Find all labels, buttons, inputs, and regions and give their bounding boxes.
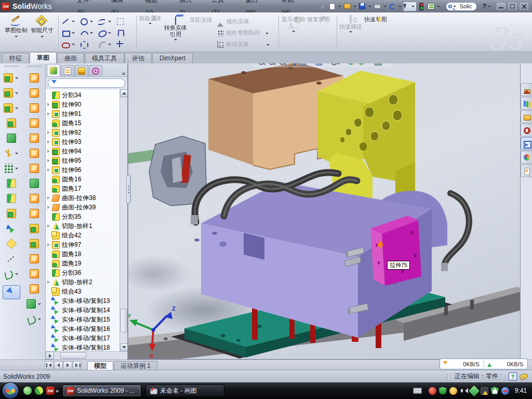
section-view-button[interactable] (288, 63, 297, 66)
expand-arrow-icon[interactable] (47, 206, 52, 209)
apply-scene-dropdown-icon[interactable] (367, 63, 370, 64)
lofted-surface-button[interactable] (30, 115, 39, 130)
swept-surface-button[interactable] (30, 70, 39, 85)
task-pane-tab-file-explorer[interactable] (521, 110, 532, 123)
expand-arrow-icon[interactable] (47, 168, 52, 171)
extend-surface-button[interactable] (30, 266, 39, 281)
linear-pattern-button[interactable] (4, 161, 19, 176)
tree-item[interactable]: 曲面-拉伸39 (46, 203, 119, 212)
view-settings-dropdown-icon[interactable] (383, 63, 387, 64)
swept-boss-button[interactable] (7, 115, 16, 130)
sw-quicklaunch-icon[interactable]: SW (46, 387, 55, 395)
split-body-button[interactable] (7, 191, 16, 206)
mirror-entities-button[interactable]: 镜向实体 (217, 17, 274, 26)
zoom-area-button[interactable] (268, 63, 276, 66)
task-pane-tab-design-library[interactable] (521, 97, 532, 110)
rectangle-dropdown-icon[interactable] (72, 32, 75, 35)
move-entities-button[interactable]: 移动实体 (217, 39, 274, 49)
next-tab-button[interactable] (63, 361, 72, 369)
split-button[interactable] (7, 176, 16, 191)
repair-sketch-button[interactable]: 修复草图 (307, 15, 330, 50)
network-warning-tray-icon[interactable] (481, 387, 488, 395)
tree-item[interactable]: 拉伸91 (46, 109, 119, 118)
panel-splitter-handle[interactable] (126, 175, 131, 204)
tree-item[interactable]: 曲面-拉伸38 (46, 193, 119, 203)
clamp-part[interactable] (128, 136, 206, 206)
doc-close-button[interactable] (507, 63, 516, 65)
offset-entities-button[interactable]: 等距实体 (189, 15, 213, 50)
extruded-cut-dropdown-icon[interactable] (15, 92, 18, 96)
smart-dimension-button[interactable]: 智能尺寸 (29, 15, 55, 50)
freeform-surface-button[interactable] (30, 176, 39, 191)
open-icon[interactable] (343, 2, 352, 11)
panel-tab-property-manager[interactable] (61, 65, 74, 76)
thicken-surface-button[interactable] (30, 191, 39, 206)
panel-tabs-overflow-icon[interactable]: » (120, 70, 126, 76)
previous-view-button[interactable] (278, 63, 286, 66)
view-orientation-dropdown-icon[interactable] (309, 63, 312, 64)
hide-show-items-button[interactable] (331, 63, 345, 66)
tree-item[interactable]: 拉伸94 (46, 147, 119, 156)
last-tab-button[interactable] (73, 361, 82, 369)
tab-曲面[interactable]: 曲面 (57, 53, 84, 63)
tab-特征[interactable]: 特征 (2, 53, 29, 63)
zoom-fit-button[interactable] (257, 63, 265, 66)
panel-tab-configuration-manager[interactable] (75, 65, 88, 76)
tree-item[interactable]: 实体-移动/复制14 (46, 305, 119, 315)
untrim-surface-button[interactable] (30, 281, 39, 296)
help-dropdown-icon[interactable] (488, 6, 491, 9)
expand-arrow-icon[interactable] (47, 103, 52, 106)
task-pane-tab-view-palette[interactable] (521, 137, 532, 150)
tree-item[interactable]: 切除-放样2 (46, 277, 119, 287)
delete-face-button[interactable] (30, 221, 39, 236)
3d-model[interactable]: ϕ Y Z X (128, 63, 521, 360)
scroll-up-button[interactable] (120, 89, 127, 97)
restore-button[interactable] (508, 2, 517, 10)
print-icon[interactable] (373, 2, 382, 11)
curve-dropdown-icon[interactable] (38, 318, 41, 322)
search-box[interactable]: Solic (446, 2, 477, 11)
sync-tray-icon[interactable] (469, 385, 480, 396)
tab-DimXpert[interactable]: DimXpert (152, 53, 193, 63)
sketch-tool-spline[interactable] (98, 16, 116, 27)
reference-geometry-dropdown-icon[interactable] (15, 153, 18, 156)
tree-item[interactable]: 分割35 (46, 212, 119, 221)
knit-surface-button[interactable] (26, 296, 42, 311)
trim-surface-button[interactable] (30, 251, 39, 266)
tree-vertical-scrollbar[interactable] (119, 89, 127, 351)
panel-tab-feature-manager[interactable] (47, 64, 60, 76)
expand-arrow-icon[interactable] (47, 281, 52, 284)
expand-arrow-icon[interactable] (47, 131, 52, 134)
linear-sketch-pattern-button[interactable]: 线性草图阵列 (217, 28, 274, 38)
move-copy-body-button[interactable] (7, 221, 16, 236)
taskbar-button[interactable]: SWSolidWorks 2009 - ... (62, 384, 141, 397)
tree-filter-input[interactable] (48, 78, 125, 88)
tree-item[interactable]: 实体-移动/复制17 (46, 334, 119, 343)
tree-item[interactable]: 圆角19 (46, 259, 119, 268)
knit-surface-dropdown-icon[interactable] (38, 303, 41, 307)
tree-item[interactable]: 实体-移动/复制16 (46, 324, 119, 334)
helix-button[interactable] (4, 266, 19, 281)
previous-tab-button[interactable] (54, 361, 63, 369)
badge-tray-icon[interactable] (449, 387, 457, 395)
fillet-button[interactable] (4, 100, 19, 115)
sketch-draw-button[interactable]: 草图绘制 (3, 15, 29, 50)
close-button[interactable] (519, 2, 529, 10)
line-dropdown-icon[interactable] (72, 21, 75, 24)
scroll-right-button[interactable] (46, 352, 54, 360)
sketch-tool-line[interactable] (61, 16, 79, 27)
sketch-tool-sketch-text[interactable] (116, 27, 134, 38)
tree-item[interactable]: 拉伸97 (46, 240, 119, 249)
plane-button[interactable] (7, 236, 16, 251)
display-style-dropdown-icon[interactable] (325, 63, 328, 64)
tree-item[interactable]: 圆角18 (46, 249, 119, 259)
tree-item[interactable]: 拉伸92 (46, 128, 119, 137)
quick-snaps-button[interactable]: 快速捕捉 (339, 15, 363, 50)
new-document-icon[interactable] (328, 2, 337, 11)
tree-item[interactable]: 分割36 (46, 268, 119, 277)
scroll-thumb[interactable] (121, 309, 127, 332)
graphics-viewport[interactable]: ϕ Y Z X 拉伸75 (128, 63, 521, 360)
traffic-light-icon[interactable] (417, 2, 426, 11)
expand-arrow-icon[interactable] (47, 150, 52, 153)
tree-item[interactable]: 实体-移动/复制18 (46, 343, 119, 351)
